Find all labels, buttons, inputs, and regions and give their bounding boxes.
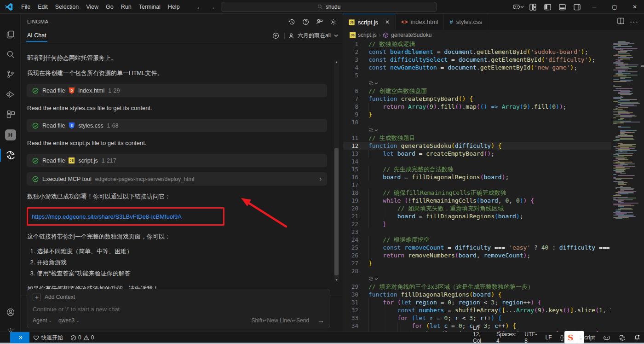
search-sidebar-icon[interactable]: [0, 45, 21, 64]
minimap[interactable]: [612, 40, 641, 332]
cursor-position[interactable]: Ln 12, Col 38: [469, 332, 492, 343]
add-context-button[interactable]: + Add Context: [33, 293, 324, 301]
indent-guide: [368, 165, 369, 173]
menu-file[interactable]: File: [17, 2, 34, 12]
problems-item[interactable]: 0 0: [67, 332, 98, 343]
code-line: 8 return Array(9).fill().map(() => Array…: [343, 103, 611, 111]
more-actions-icon[interactable]: ···: [630, 18, 638, 26]
explorer-icon[interactable]: [0, 25, 21, 44]
close-tab-icon[interactable]: ✕: [385, 19, 390, 25]
menu-help[interactable]: Help: [164, 2, 184, 12]
back-arrow-icon[interactable]: ←: [196, 3, 203, 11]
command-search-input[interactable]: shudu: [221, 2, 437, 12]
line-number: 24: [343, 236, 358, 244]
quick-start-item[interactable]: 快速开始: [29, 332, 67, 343]
chat-input-placeholder[interactable]: Continue or '/' to start a new chat: [33, 306, 324, 313]
tool-call-card[interactable]: Read file5index.html1-29: [27, 84, 327, 97]
indent-guide: [397, 322, 398, 330]
menu-terminal[interactable]: Terminal: [135, 2, 164, 12]
editor-tab-index.html[interactable]: <>index.html: [396, 14, 444, 30]
menu-go[interactable]: Go: [102, 2, 117, 12]
code-line: 15 // 先生成完整的合法数独: [343, 165, 611, 173]
minimize-button[interactable]: ─: [585, 0, 604, 14]
code-line: 30function fillDiagonalRegions(board) {: [343, 291, 611, 298]
lingma-inline-hint-icon[interactable]: [368, 79, 378, 87]
minimap-line: [618, 57, 633, 58]
toggle-secondary-sidebar-icon[interactable]: [570, 1, 583, 13]
line-number: 1: [343, 40, 358, 48]
new-chat-icon[interactable]: [271, 31, 281, 41]
breadcrumb[interactable]: JS script.js › generateSudoku: [343, 30, 644, 40]
tab-ai-chat[interactable]: AI Chat: [27, 32, 46, 42]
html-file-icon: 5: [69, 87, 75, 94]
chat-message-text: Read the entire script.js file to get it…: [27, 139, 327, 147]
toggle-primary-sidebar-icon[interactable]: [541, 1, 554, 13]
editor-tab-styles.css[interactable]: #styles.css: [444, 14, 488, 30]
code-line: 3const difficultySelect = document.getEl…: [343, 56, 611, 64]
menu-view[interactable]: View: [82, 2, 102, 12]
agent-mode-dropdown[interactable]: Agent⌄: [33, 317, 52, 324]
source-control-icon[interactable]: [0, 65, 21, 83]
scroll-down-icon[interactable]: ▼: [334, 278, 339, 281]
h-extension-icon[interactable]: H: [0, 126, 21, 144]
run-debug-icon[interactable]: [0, 85, 21, 104]
code-line: 21 board = fillDiagonalRegions(board);: [343, 212, 611, 220]
customize-layout-icon[interactable]: [526, 1, 539, 13]
menu-selection[interactable]: Selection: [52, 2, 82, 12]
code-line: 29// 填充对角线的三个3x3区域（这是生成完整数独的第一步）: [343, 283, 611, 291]
indentation[interactable]: Spaces: 4: [493, 332, 520, 343]
help-icon[interactable]: [300, 17, 310, 27]
forward-arrow-icon[interactable]: →: [209, 3, 216, 11]
chat-settings-icon[interactable]: [328, 17, 338, 27]
chat-message-list: 部署到任何静态网站托管服务上。我现在将创建一个包含所有资源的单一HTML文件。R…: [21, 42, 343, 295]
maximize-button[interactable]: ▢: [605, 0, 624, 14]
lingma-sidebar-icon[interactable]: [0, 146, 21, 164]
extensions-icon[interactable]: [0, 105, 21, 124]
ime-mode-icon: ○ㅂ: [577, 331, 584, 344]
tool-call-card[interactable]: Executed MCP tooledgeone-pages-mcp-serve…: [27, 172, 327, 186]
line-number: 28: [343, 267, 358, 275]
lingma-status-icon[interactable]: [615, 332, 629, 343]
menu-edit[interactable]: Edit: [34, 2, 52, 12]
editor-tab-script.js[interactable]: JSscript.js✕: [343, 14, 396, 30]
account-name[interactable]: 六月的雨在ali: [298, 32, 331, 40]
indent-guide: [368, 314, 369, 322]
split-editor-icon[interactable]: [617, 17, 624, 26]
chat-scrollbar[interactable]: ▲ ▼: [334, 60, 339, 282]
feedback-icon[interactable]: [314, 17, 324, 27]
toggle-panel-icon[interactable]: [556, 1, 569, 13]
plus-icon: +: [33, 293, 41, 301]
remote-indicator[interactable]: [10, 332, 29, 343]
expand-chevron-icon[interactable]: ›: [320, 175, 322, 182]
indent-guide: [383, 204, 383, 212]
line-number: 4: [343, 64, 358, 71]
send-button[interactable]: →: [317, 316, 324, 324]
indent-guide: [383, 322, 383, 330]
scroll-up-icon[interactable]: ▲: [334, 60, 339, 64]
accounts-icon[interactable]: [0, 303, 21, 321]
close-button[interactable]: ✕: [626, 0, 644, 14]
lingma-inline-hint-icon[interactable]: [368, 126, 378, 134]
copilot-icon[interactable]: [512, 1, 524, 13]
history-icon[interactable]: [287, 17, 297, 27]
line-number: 17: [343, 181, 358, 189]
menu-run[interactable]: Run: [117, 2, 135, 12]
scrollbar-thumb[interactable]: [334, 148, 339, 275]
encoding[interactable]: UTF-8: [521, 332, 540, 343]
search-icon: [317, 4, 323, 10]
account-dropdown-icon[interactable]: [334, 34, 338, 38]
code-editor[interactable]: 1// 数独游戏逻辑2const boardElement = document…: [343, 40, 611, 332]
file-name: script.js: [78, 157, 98, 164]
tool-call-card[interactable]: Read file3styles.css1-68: [27, 119, 327, 132]
minimap-line: [615, 137, 620, 138]
eol[interactable]: LF: [542, 332, 556, 343]
copilot-status-icon[interactable]: [599, 332, 614, 343]
tool-call-card[interactable]: Read fileJSscript.js1-217: [27, 154, 327, 167]
overview-ruler: [641, 40, 644, 332]
model-dropdown[interactable]: qwen3⌄: [58, 317, 80, 324]
chat-input-box[interactable]: + Add Context Continue or '/' to start a…: [27, 289, 330, 328]
lingma-inline-hint-icon[interactable]: [368, 275, 378, 283]
deploy-link[interactable]: https://mcp.edgeone.site/share/S3LBvFtDe…: [32, 213, 182, 220]
notifications-bell-icon[interactable]: [630, 332, 644, 343]
code-line: 18 // 确保fillRemainingCells正确完成数独: [343, 189, 611, 197]
